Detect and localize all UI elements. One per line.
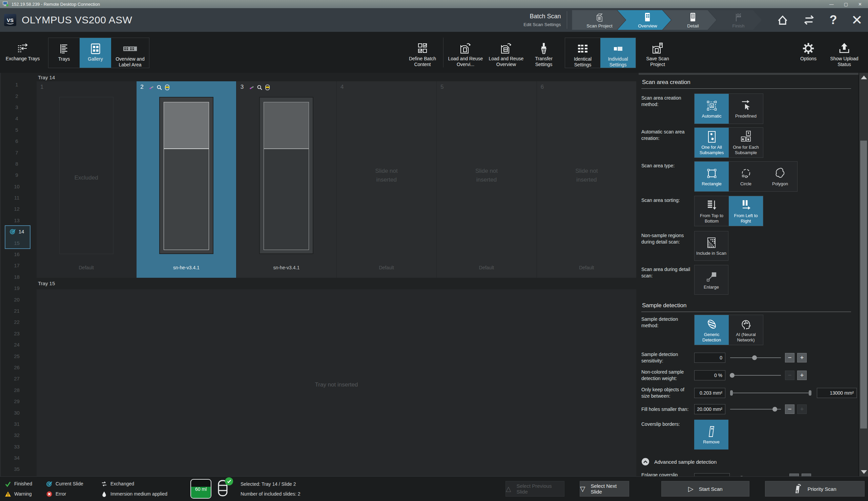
- exchange-trays-button[interactable]: Exchange Trays: [2, 38, 43, 67]
- weight-input[interactable]: 0 %: [694, 370, 725, 381]
- exchange-button[interactable]: [802, 13, 816, 27]
- enlarge-coverslip-input[interactable]: 200 µm: [694, 473, 730, 476]
- sensitivity-decrement-button[interactable]: [785, 353, 794, 362]
- overview-label-area-button[interactable]: Overview and Label Area: [111, 38, 149, 68]
- sidebar-item-tray-21[interactable]: 21: [1, 305, 33, 316]
- sidebar-item-tray-14[interactable]: 14: [1, 226, 33, 237]
- window-maximize-button[interactable]: ▢: [844, 2, 848, 7]
- identical-settings-button[interactable]: Identical Settings: [565, 38, 600, 68]
- window-minimize-button[interactable]: —: [829, 2, 834, 7]
- panel-scrollbar[interactable]: [858, 73, 868, 476]
- sensitivity-slider[interactable]: [730, 353, 781, 362]
- sidebar-item-tray-9[interactable]: 9: [1, 169, 33, 181]
- load-reuse-overview-2-button[interactable]: Load and Reuse Overview: [485, 38, 527, 67]
- load-reuse-overview-1-button[interactable]: Load and Reuse Overvi...: [446, 38, 485, 67]
- save-scan-project-button[interactable]: Save Scan Project: [640, 38, 675, 67]
- from-top-to-bottom-button[interactable]: From Top to Bottom: [695, 196, 729, 226]
- sidebar-item-tray-34[interactable]: 34: [1, 452, 33, 463]
- rectangle-button[interactable]: Rectangle: [695, 162, 729, 191]
- sidebar-item-tray-20[interactable]: 20: [1, 294, 33, 305]
- ai-neural-network-button[interactable]: AI (Neural Network): [729, 315, 763, 345]
- sidebar-item-tray-16[interactable]: 16: [1, 249, 33, 260]
- app-close-button[interactable]: ✕: [851, 12, 862, 28]
- window-close-button[interactable]: ✕: [858, 2, 862, 7]
- sensitivity-input[interactable]: 0: [694, 353, 725, 363]
- sidebar-item-tray-6[interactable]: 6: [1, 136, 33, 147]
- step-scan-project[interactable]: Scan Project: [572, 10, 625, 30]
- sidebar-item-tray-2[interactable]: 2: [1, 90, 33, 101]
- sidebar-item-tray-1[interactable]: 1: [1, 79, 33, 90]
- predefined-button[interactable]: Predefined: [729, 94, 763, 124]
- sidebar-item-tray-31[interactable]: 31: [1, 418, 33, 429]
- sidebar-item-tray-32[interactable]: 32: [1, 429, 33, 441]
- generic-detection-button[interactable]: Generic Detection: [695, 315, 729, 345]
- weight-slider[interactable]: [730, 371, 781, 380]
- slide-preview[interactable]: [159, 97, 213, 254]
- sidebar-item-tray-28[interactable]: 28: [1, 384, 33, 396]
- circle-button[interactable]: Circle: [729, 162, 763, 191]
- sidebar-item-tray-3[interactable]: 3: [1, 102, 33, 113]
- slide-cell-3[interactable]: 3 sn-he-v3.4.1: [237, 81, 336, 278]
- sidebar-item-tray-18[interactable]: 18: [1, 271, 33, 283]
- advanced-sample-detection-header[interactable]: Advanced sample detection: [641, 458, 858, 466]
- enlarge-coverslip-increment-button[interactable]: [802, 473, 811, 476]
- sidebar-item-tray-26[interactable]: 26: [1, 362, 33, 373]
- slide-cell-4[interactable]: 4 Slide not inserted Default: [337, 81, 436, 278]
- sidebar-item-tray-27[interactable]: 27: [1, 373, 33, 384]
- transfer-settings-button[interactable]: Transfer Settings: [527, 38, 561, 67]
- sidebar-item-tray-29[interactable]: 29: [1, 396, 33, 407]
- size-range-slider[interactable]: [730, 388, 812, 398]
- scroll-up-button[interactable]: [859, 73, 868, 82]
- sidebar-item-tray-19[interactable]: 19: [1, 283, 33, 294]
- slide-cell-5[interactable]: 5 Slide not inserted Default: [437, 81, 536, 278]
- sidebar-item-tray-15[interactable]: 15: [1, 237, 33, 248]
- help-button[interactable]: ?: [829, 13, 837, 27]
- enlarge-coverslip-slider[interactable]: [735, 473, 785, 476]
- select-next-slide-button[interactable]: ▽ Select Next Slide: [580, 481, 629, 497]
- options-button[interactable]: Options: [793, 38, 824, 67]
- automatic-button[interactable]: A Automatic: [695, 94, 729, 124]
- home-button[interactable]: [776, 13, 790, 27]
- weight-increment-button[interactable]: [797, 371, 807, 380]
- trays-button[interactable]: Trays: [49, 38, 79, 68]
- fill-holes-input[interactable]: 20.000 mm²: [694, 404, 725, 414]
- gallery-button[interactable]: Gallery: [79, 38, 111, 68]
- slide-cell-6[interactable]: 6 Slide not inserted Default: [537, 81, 636, 278]
- slide-cell-1[interactable]: 1 Excluded Default: [36, 81, 136, 278]
- fill-holes-decrement-button[interactable]: [785, 404, 794, 414]
- sensitivity-increment-button[interactable]: [797, 353, 807, 362]
- include-in-scan-button[interactable]: Include in Scan: [694, 231, 728, 261]
- start-scan-button[interactable]: ▷ Start Scan: [661, 481, 749, 497]
- sidebar-item-tray-22[interactable]: 22: [1, 316, 33, 328]
- sidebar-item-tray-10[interactable]: 10: [1, 181, 33, 192]
- define-batch-content-button[interactable]: Define Batch Content: [404, 38, 441, 67]
- slide-cell-2[interactable]: 2 sn-he-v3.4.1: [137, 81, 236, 278]
- remove-coverslip-button[interactable]: Remove: [694, 420, 728, 449]
- sidebar-item-tray-23[interactable]: 23: [1, 328, 33, 339]
- sidebar-item-tray-24[interactable]: 24: [1, 339, 33, 350]
- sidebar-item-tray-12[interactable]: 12: [1, 203, 33, 214]
- enlarge-coverslip-decrement-button[interactable]: [790, 473, 799, 476]
- sidebar-item-tray-11[interactable]: 11: [1, 192, 33, 203]
- sidebar-item-tray-35[interactable]: 35: [1, 463, 33, 475]
- sidebar-item-tray-33[interactable]: 33: [1, 441, 33, 452]
- one-for-all-subsamples-button[interactable]: One for All Subsamples: [695, 128, 729, 158]
- scrollbar-thumb[interactable]: [860, 141, 867, 428]
- fill-holes-slider[interactable]: [730, 404, 781, 414]
- sidebar-item-tray-7[interactable]: 7: [1, 147, 33, 158]
- enlarge-button[interactable]: Enlarge: [694, 265, 728, 295]
- show-upload-status-button[interactable]: Show Upload Status: [824, 38, 865, 67]
- sidebar-item-tray-13[interactable]: 13: [1, 215, 33, 226]
- sidebar-item-tray-17[interactable]: 17: [1, 260, 33, 271]
- slide-preview[interactable]: [259, 97, 313, 254]
- individual-settings-button[interactable]: Individual Settings: [600, 38, 635, 68]
- size-max-input[interactable]: 13000 mm²: [817, 388, 857, 398]
- sidebar-item-tray-5[interactable]: 5: [1, 124, 33, 136]
- sidebar-item-tray-4[interactable]: 4: [1, 113, 33, 124]
- sidebar-item-tray-30[interactable]: 30: [1, 407, 33, 418]
- sidebar-item-tray-25[interactable]: 25: [1, 350, 33, 361]
- scroll-down-button[interactable]: [859, 468, 868, 476]
- one-for-each-subsample-button[interactable]: One for Each Subsample: [729, 128, 763, 158]
- from-left-to-right-button[interactable]: From Left to Right: [729, 196, 763, 226]
- sidebar-item-tray-8[interactable]: 8: [1, 158, 33, 169]
